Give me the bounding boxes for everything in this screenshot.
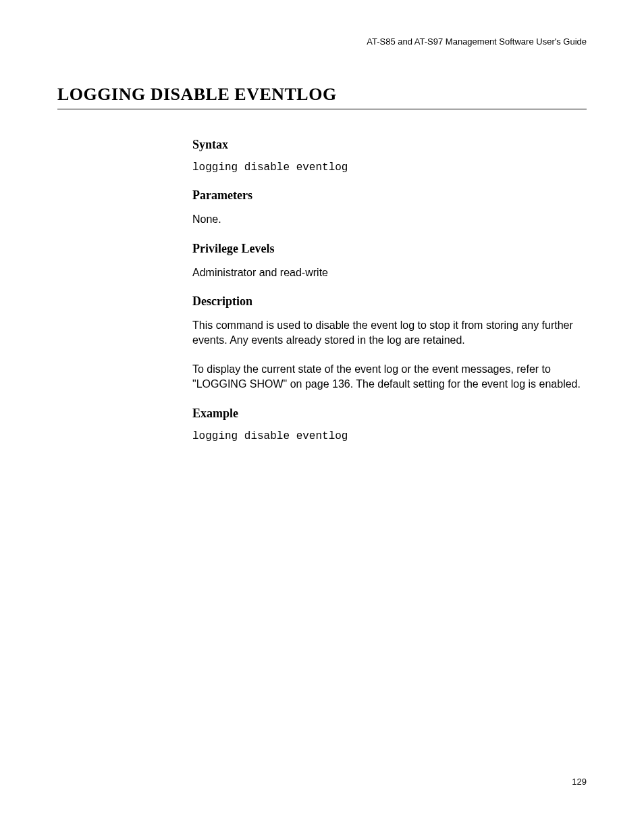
syntax-heading: Syntax	[192, 138, 587, 152]
syntax-code: logging disable eventlog	[192, 161, 587, 174]
privilege-heading: Privilege Levels	[192, 242, 587, 256]
example-heading: Example	[192, 407, 587, 421]
page-container: AT-S85 and AT-S97 Management Software Us…	[0, 0, 644, 442]
description-para2: To display the current state of the even…	[192, 362, 587, 391]
parameters-heading: Parameters	[192, 188, 587, 203]
privilege-text: Administrator and read-write	[192, 265, 587, 280]
example-code: logging disable eventlog	[192, 430, 587, 442]
running-header: AT-S85 and AT-S97 Management Software Us…	[57, 36, 587, 47]
page-number: 129	[572, 777, 587, 787]
content-body: Syntax logging disable eventlog Paramete…	[192, 138, 587, 442]
parameters-text: None.	[192, 212, 587, 227]
command-title: LOGGING DISABLE EVENTLOG	[57, 84, 587, 109]
description-para1: This command is used to disable the even…	[192, 318, 587, 347]
description-heading: Description	[192, 294, 587, 309]
